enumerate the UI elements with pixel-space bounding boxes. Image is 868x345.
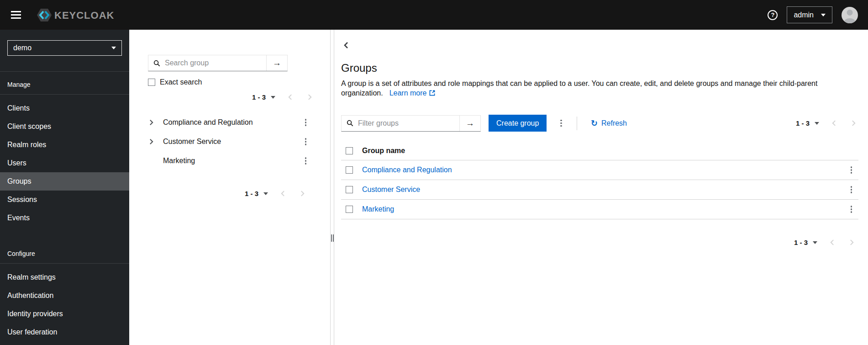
tree-item-label[interactable]: Marketing bbox=[163, 157, 195, 165]
row-checkbox[interactable] bbox=[346, 206, 353, 213]
chevron-left-icon bbox=[832, 120, 836, 127]
sidebar-item-groups[interactable]: Groups bbox=[0, 172, 129, 191]
expand-chevron-icon[interactable] bbox=[149, 119, 156, 126]
avatar-body bbox=[844, 18, 855, 23]
sidebar-item-realm-roles[interactable]: Realm roles bbox=[0, 136, 129, 154]
nav-toggle-hamburger-icon[interactable] bbox=[6, 6, 26, 23]
kebab-menu-button[interactable] bbox=[302, 117, 310, 128]
search-icon bbox=[342, 116, 358, 131]
groups-toolbar: → Create group ↻ Refresh 1 - 3 bbox=[341, 115, 858, 132]
chevron-down-icon bbox=[271, 96, 275, 99]
pagination-range-dropdown[interactable]: 1 - 3 bbox=[252, 93, 275, 101]
pagination-range-dropdown[interactable]: 1 - 3 bbox=[245, 190, 268, 197]
tree-item-label[interactable]: Customer Service bbox=[163, 138, 221, 146]
tree-item-label[interactable]: Compliance and Regulation bbox=[163, 118, 253, 127]
learn-more-link[interactable]: Learn more bbox=[389, 88, 436, 98]
kebab-menu-button[interactable] bbox=[848, 165, 855, 175]
table-header-row: Group name bbox=[341, 142, 858, 160]
exact-search-label: Exact search bbox=[160, 78, 202, 86]
chevron-down-icon bbox=[813, 241, 817, 244]
pagination-range-dropdown[interactable]: 1 - 3 bbox=[794, 239, 817, 246]
kebab-menu-button[interactable] bbox=[302, 136, 310, 147]
sidebar-item-client-scopes[interactable]: Client scopes bbox=[0, 117, 129, 136]
row-checkbox[interactable] bbox=[346, 166, 353, 174]
sidebar-item-users[interactable]: Users bbox=[0, 154, 129, 172]
avatar[interactable] bbox=[842, 7, 858, 23]
group-search-input[interactable] bbox=[165, 55, 266, 71]
sidebar-item-events[interactable]: Events bbox=[0, 209, 129, 227]
sidebar-item-identity-providers[interactable]: Identity providers bbox=[0, 305, 129, 323]
realm-selector-dropdown[interactable]: demo bbox=[7, 40, 122, 56]
pagination-range: 1 - 3 bbox=[252, 93, 266, 101]
table-row: Customer Service bbox=[341, 180, 858, 200]
chevron-down-icon bbox=[111, 47, 116, 49]
create-group-button[interactable]: Create group bbox=[489, 115, 547, 132]
group-tree-panel: → Exact search 1 - 3 bbox=[129, 30, 330, 345]
previous-page-button[interactable] bbox=[278, 190, 288, 197]
chevron-right-icon bbox=[850, 239, 854, 246]
group-link[interactable]: Marketing bbox=[362, 205, 394, 213]
filter-groups-box: → bbox=[341, 115, 481, 132]
external-link-icon bbox=[429, 90, 435, 96]
realm-selector-value: demo bbox=[13, 44, 32, 52]
groups-table: Group name Compliance and Regulation Cus… bbox=[341, 142, 858, 219]
search-icon bbox=[148, 55, 165, 71]
previous-page-button[interactable] bbox=[827, 239, 837, 246]
column-header-group-name: Group name bbox=[362, 147, 405, 155]
kebab-menu-button[interactable] bbox=[302, 155, 310, 166]
sidebar-item-user-federation[interactable]: User federation bbox=[0, 323, 129, 341]
help-icon[interactable]: ? bbox=[768, 10, 778, 20]
expand-chevron-icon[interactable] bbox=[149, 138, 156, 145]
sidebar-item-authentication[interactable]: Authentication bbox=[0, 287, 129, 305]
learn-more-label: Learn more bbox=[389, 88, 427, 98]
filter-groups-input[interactable] bbox=[358, 116, 459, 131]
chevron-left-icon bbox=[281, 190, 285, 197]
chevron-down-icon bbox=[821, 14, 826, 16]
keycloak-logo-icon: KEYCLOAK bbox=[36, 7, 117, 23]
exact-search-checkbox[interactable] bbox=[148, 79, 155, 86]
top-bar: KEYCLOAK ? admin bbox=[0, 0, 868, 30]
page-description: A group is a set of attributes and role … bbox=[341, 79, 858, 98]
search-submit-button[interactable]: → bbox=[266, 55, 287, 71]
user-menu-label: admin bbox=[794, 11, 814, 19]
chevron-left-icon bbox=[344, 42, 348, 49]
sidebar-section-manage: Manage bbox=[0, 72, 129, 95]
group-link[interactable]: Compliance and Regulation bbox=[362, 166, 452, 174]
row-checkbox[interactable] bbox=[346, 186, 353, 193]
user-menu-dropdown[interactable]: admin bbox=[787, 6, 832, 23]
collapse-panel-button[interactable] bbox=[344, 41, 354, 50]
sidebar-item-sessions[interactable]: Sessions bbox=[0, 191, 129, 209]
chevron-right-icon bbox=[300, 190, 305, 197]
chevron-down-icon bbox=[263, 192, 268, 195]
tree-item: Marketing bbox=[129, 151, 330, 170]
chevron-left-icon bbox=[830, 239, 834, 246]
kebab-menu-button[interactable] bbox=[848, 184, 855, 195]
table-pagination-top: 1 - 3 bbox=[796, 119, 858, 127]
filter-submit-button[interactable]: → bbox=[459, 116, 480, 131]
toolbar-kebab-menu-button[interactable] bbox=[558, 118, 565, 129]
table-pagination-bottom: 1 - 3 bbox=[341, 239, 858, 246]
group-link[interactable]: Customer Service bbox=[362, 186, 420, 194]
sidebar-item-realm-settings[interactable]: Realm settings bbox=[0, 268, 129, 287]
tree-pagination-bottom: 1 - 3 bbox=[129, 190, 330, 197]
select-all-checkbox[interactable] bbox=[346, 147, 353, 154]
previous-page-button[interactable] bbox=[829, 120, 839, 127]
next-page-button[interactable] bbox=[849, 120, 858, 127]
exact-search-control: Exact search bbox=[148, 78, 330, 86]
pagination-range: 1 - 3 bbox=[794, 239, 808, 246]
next-page-button[interactable] bbox=[847, 239, 857, 246]
page-title: Groups bbox=[341, 62, 858, 74]
previous-page-button[interactable] bbox=[285, 94, 295, 101]
kebab-menu-button[interactable] bbox=[848, 204, 855, 215]
next-page-button[interactable] bbox=[305, 94, 315, 101]
next-page-button[interactable] bbox=[298, 190, 307, 197]
sidebar-item-clients[interactable]: Clients bbox=[0, 99, 129, 117]
tree-item: Compliance and Regulation bbox=[129, 113, 330, 132]
arrow-right-icon: → bbox=[273, 58, 281, 68]
table-row: Marketing bbox=[341, 200, 858, 219]
refresh-button[interactable]: ↻ Refresh bbox=[591, 119, 627, 127]
grip-icon bbox=[331, 234, 334, 242]
panel-resize-handle[interactable] bbox=[330, 30, 334, 345]
refresh-icon: ↻ bbox=[591, 119, 598, 127]
pagination-range-dropdown[interactable]: 1 - 3 bbox=[796, 119, 819, 127]
